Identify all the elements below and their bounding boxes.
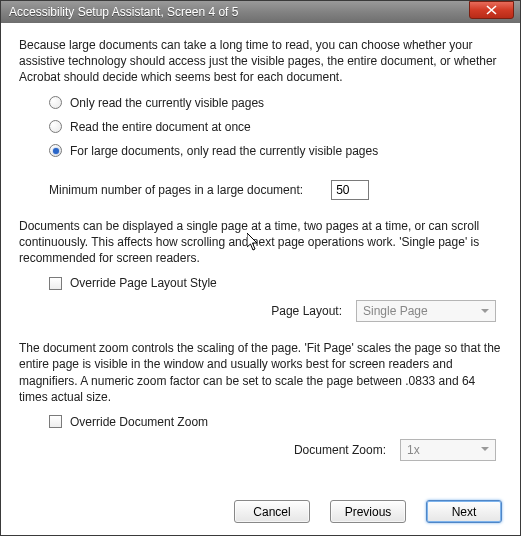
next-button[interactable]: Next bbox=[426, 500, 502, 523]
button-row: Cancel Previous Next bbox=[1, 496, 520, 535]
dialog-window: Accessibility Setup Assistant, Screen 4 … bbox=[0, 0, 521, 536]
radio-label: Only read the currently visible pages bbox=[70, 96, 264, 110]
zoom-text: The document zoom controls the scaling o… bbox=[19, 340, 502, 405]
document-zoom-combo[interactable]: 1x bbox=[400, 439, 496, 461]
layout-text: Documents can be displayed a single page… bbox=[19, 218, 502, 267]
override-zoom-label: Override Document Zoom bbox=[70, 415, 208, 429]
min-pages-label: Minimum number of pages in a large docum… bbox=[49, 183, 303, 197]
intro-text: Because large documents can take a long … bbox=[19, 37, 502, 86]
radio-icon bbox=[49, 96, 62, 109]
chevron-down-icon bbox=[477, 302, 493, 320]
cancel-button-label: Cancel bbox=[253, 505, 290, 519]
page-layout-row: Page Layout: Single Page bbox=[19, 300, 502, 322]
override-layout-label: Override Page Layout Style bbox=[70, 276, 217, 290]
page-layout-label: Page Layout: bbox=[271, 304, 342, 318]
override-zoom-row[interactable]: Override Document Zoom bbox=[49, 415, 502, 429]
close-icon bbox=[486, 5, 497, 15]
document-zoom-label: Document Zoom: bbox=[294, 443, 386, 457]
radio-icon bbox=[49, 120, 62, 133]
page-layout-combo[interactable]: Single Page bbox=[356, 300, 496, 322]
close-button[interactable] bbox=[469, 1, 514, 19]
reading-mode-option-visible[interactable]: Only read the currently visible pages bbox=[49, 96, 502, 110]
document-zoom-row: Document Zoom: 1x bbox=[19, 439, 502, 461]
previous-button-label: Previous bbox=[345, 505, 392, 519]
titlebar: Accessibility Setup Assistant, Screen 4 … bbox=[1, 1, 520, 23]
page-layout-value: Single Page bbox=[363, 304, 428, 318]
next-button-label: Next bbox=[452, 505, 477, 519]
radio-label: Read the entire document at once bbox=[70, 120, 251, 134]
document-zoom-value: 1x bbox=[407, 443, 420, 457]
chevron-down-icon bbox=[477, 441, 493, 459]
dialog-content: Because large documents can take a long … bbox=[1, 23, 520, 496]
radio-icon bbox=[49, 144, 62, 157]
radio-label: For large documents, only read the curre… bbox=[70, 144, 378, 158]
min-pages-row: Minimum number of pages in a large docum… bbox=[49, 180, 502, 200]
reading-mode-option-entire[interactable]: Read the entire document at once bbox=[49, 120, 502, 134]
checkbox-icon bbox=[49, 277, 62, 290]
reading-mode-group: Only read the currently visible pages Re… bbox=[49, 96, 502, 158]
window-title: Accessibility Setup Assistant, Screen 4 … bbox=[9, 5, 514, 19]
checkbox-icon bbox=[49, 415, 62, 428]
min-pages-input[interactable] bbox=[331, 180, 369, 200]
override-layout-row[interactable]: Override Page Layout Style bbox=[49, 276, 502, 290]
reading-mode-option-large[interactable]: For large documents, only read the curre… bbox=[49, 144, 502, 158]
previous-button[interactable]: Previous bbox=[330, 500, 406, 523]
cancel-button[interactable]: Cancel bbox=[234, 500, 310, 523]
